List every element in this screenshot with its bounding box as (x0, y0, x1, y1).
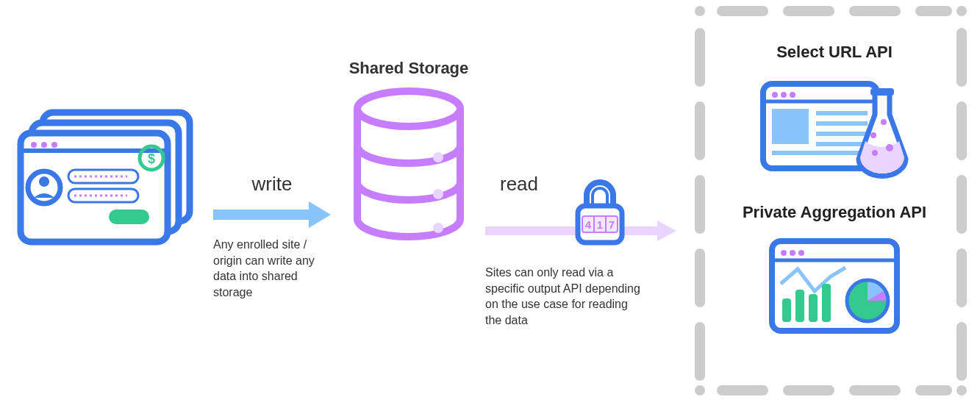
svg-point-29 (772, 92, 778, 98)
svg-point-30 (781, 92, 787, 98)
svg-rect-51 (809, 294, 818, 322)
svg-rect-33 (772, 109, 809, 144)
svg-point-4 (41, 142, 47, 148)
svg-text:$: $ (148, 151, 155, 166)
svg-point-46 (790, 250, 795, 256)
svg-point-3 (31, 142, 37, 148)
svg-rect-13 (109, 210, 149, 224)
private-agg-title: Private Aggregation API (717, 203, 952, 222)
write-label: write (213, 173, 331, 196)
select-url-icon (757, 71, 912, 181)
svg-point-8 (39, 176, 49, 187)
browser-windows-icon: $ (13, 107, 201, 254)
svg-point-45 (781, 250, 787, 256)
svg-point-47 (798, 250, 804, 256)
storage-title: Shared Storage (343, 59, 475, 78)
svg-rect-39 (870, 88, 894, 96)
svg-marker-23 (657, 221, 676, 241)
svg-point-18 (357, 91, 460, 126)
svg-point-19 (433, 152, 443, 162)
write-arrow: write Any enrolled site / origin can wri… (213, 173, 331, 300)
read-description: Sites can only read via a specific outpu… (485, 265, 647, 328)
analytics-icon (757, 231, 912, 341)
lock-icon: 4 1 7 (573, 178, 626, 247)
output-apis-box: Select URL API (695, 6, 967, 396)
svg-point-21 (433, 223, 443, 233)
svg-rect-49 (782, 298, 791, 322)
svg-point-41 (870, 132, 876, 138)
private-aggregation-api: Private Aggregation API (717, 203, 952, 341)
lock-digit-2: 1 (597, 218, 603, 231)
database-icon (350, 87, 468, 241)
arrow-right-icon (213, 201, 331, 228)
read-arrow: read 4 1 7 Sites can only read via (485, 173, 676, 328)
svg-rect-50 (795, 290, 804, 322)
svg-rect-22 (485, 226, 657, 235)
select-url-title: Select URL API (717, 43, 952, 62)
svg-point-20 (433, 189, 443, 199)
svg-point-31 (790, 92, 795, 98)
svg-point-5 (51, 142, 57, 148)
lock-digit-1: 4 (585, 218, 592, 231)
write-description: Any enrolled site / origin can write any… (213, 237, 331, 300)
shared-storage-node: Shared Storage (343, 59, 475, 241)
select-url-api: Select URL API (717, 43, 952, 181)
lock-digit-3: 7 (609, 218, 615, 231)
svg-marker-17 (309, 201, 331, 228)
shared-storage-diagram: $ write Any enrolled site / origin can w… (0, 0, 980, 408)
svg-rect-52 (822, 284, 831, 322)
svg-point-42 (886, 144, 893, 151)
svg-point-40 (881, 119, 887, 125)
svg-point-43 (872, 150, 878, 156)
svg-rect-16 (213, 210, 309, 220)
